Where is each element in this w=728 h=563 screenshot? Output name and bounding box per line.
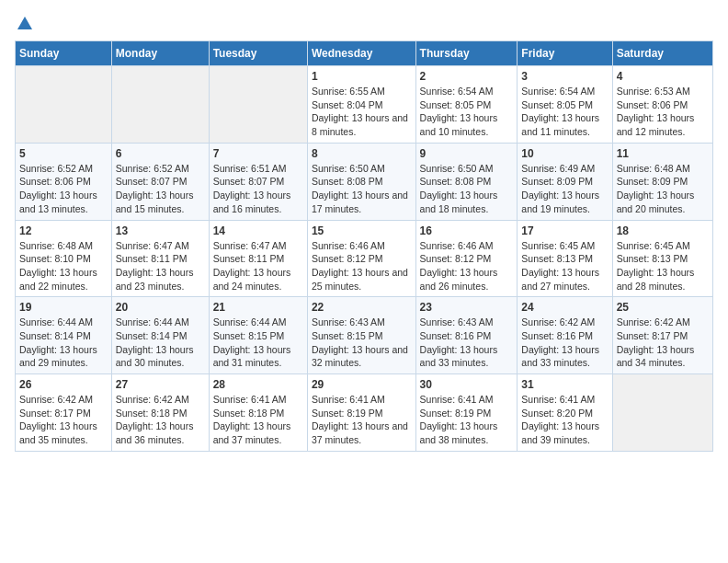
day-number: 9 <box>420 147 514 160</box>
day-info: Sunrise: 6:45 AMSunset: 8:13 PMDaylight:… <box>617 239 709 293</box>
header-day-friday: Friday <box>518 41 612 66</box>
day-number: 8 <box>312 147 412 160</box>
day-number: 14 <box>213 224 303 237</box>
day-number: 22 <box>312 301 412 314</box>
calendar-cell: 26Sunrise: 6:42 AMSunset: 8:17 PMDayligh… <box>16 374 112 452</box>
day-info: Sunrise: 6:44 AMSunset: 8:14 PMDaylight:… <box>116 316 205 370</box>
logo-icon <box>16 15 34 33</box>
calendar-cell: 1Sunrise: 6:55 AMSunset: 8:04 PMDaylight… <box>307 66 415 144</box>
calendar-header: SundayMondayTuesdayWednesdayThursdayFrid… <box>16 41 713 66</box>
day-number: 18 <box>617 224 709 237</box>
day-info: Sunrise: 6:41 AMSunset: 8:18 PMDaylight:… <box>213 393 303 447</box>
page-header <box>15 15 713 29</box>
calendar-cell: 2Sunrise: 6:54 AMSunset: 8:05 PMDaylight… <box>415 66 518 144</box>
calendar-cell: 16Sunrise: 6:46 AMSunset: 8:12 PMDayligh… <box>415 220 518 297</box>
day-number: 25 <box>617 301 709 314</box>
day-number: 27 <box>116 378 205 391</box>
day-number: 1 <box>312 70 412 83</box>
calendar-cell: 31Sunrise: 6:41 AMSunset: 8:20 PMDayligh… <box>518 374 612 452</box>
calendar-cell: 23Sunrise: 6:43 AMSunset: 8:16 PMDayligh… <box>415 297 518 374</box>
header-row: SundayMondayTuesdayWednesdayThursdayFrid… <box>16 41 713 66</box>
calendar-cell: 11Sunrise: 6:48 AMSunset: 8:09 PMDayligh… <box>612 143 712 220</box>
calendar-cell <box>209 66 307 144</box>
day-info: Sunrise: 6:41 AMSunset: 8:19 PMDaylight:… <box>420 393 514 447</box>
day-number: 23 <box>420 301 514 314</box>
day-info: Sunrise: 6:44 AMSunset: 8:14 PMDaylight:… <box>19 316 108 370</box>
calendar-body: 1Sunrise: 6:55 AMSunset: 8:04 PMDaylight… <box>16 66 713 452</box>
header-day-saturday: Saturday <box>612 41 712 66</box>
day-info: Sunrise: 6:49 AMSunset: 8:09 PMDaylight:… <box>521 162 608 216</box>
header-day-tuesday: Tuesday <box>209 41 307 66</box>
calendar-cell: 3Sunrise: 6:54 AMSunset: 8:05 PMDaylight… <box>518 66 612 144</box>
day-number: 10 <box>521 147 608 160</box>
day-info: Sunrise: 6:43 AMSunset: 8:16 PMDaylight:… <box>420 316 514 370</box>
day-info: Sunrise: 6:48 AMSunset: 8:09 PMDaylight:… <box>617 162 709 216</box>
day-info: Sunrise: 6:42 AMSunset: 8:16 PMDaylight:… <box>521 316 608 370</box>
calendar-cell: 7Sunrise: 6:51 AMSunset: 8:07 PMDaylight… <box>209 143 307 220</box>
day-number: 17 <box>521 224 608 237</box>
day-info: Sunrise: 6:42 AMSunset: 8:17 PMDaylight:… <box>19 393 108 447</box>
day-number: 30 <box>420 378 514 391</box>
calendar-cell: 22Sunrise: 6:43 AMSunset: 8:15 PMDayligh… <box>307 297 415 374</box>
day-number: 28 <box>213 378 303 391</box>
day-info: Sunrise: 6:47 AMSunset: 8:11 PMDaylight:… <box>116 239 205 293</box>
day-info: Sunrise: 6:52 AMSunset: 8:07 PMDaylight:… <box>116 162 205 216</box>
day-number: 15 <box>312 224 412 237</box>
day-info: Sunrise: 6:52 AMSunset: 8:06 PMDaylight:… <box>19 162 108 216</box>
calendar-cell: 27Sunrise: 6:42 AMSunset: 8:18 PMDayligh… <box>111 374 209 452</box>
calendar-cell: 4Sunrise: 6:53 AMSunset: 8:06 PMDaylight… <box>612 66 712 144</box>
day-number: 21 <box>213 301 303 314</box>
day-number: 11 <box>617 147 709 160</box>
calendar-cell: 9Sunrise: 6:50 AMSunset: 8:08 PMDaylight… <box>415 143 518 220</box>
day-info: Sunrise: 6:42 AMSunset: 8:17 PMDaylight:… <box>617 316 709 370</box>
day-number: 31 <box>521 378 608 391</box>
calendar-cell: 25Sunrise: 6:42 AMSunset: 8:17 PMDayligh… <box>612 297 712 374</box>
day-info: Sunrise: 6:45 AMSunset: 8:13 PMDaylight:… <box>521 239 608 293</box>
day-info: Sunrise: 6:54 AMSunset: 8:05 PMDaylight:… <box>420 85 514 139</box>
header-day-monday: Monday <box>111 41 209 66</box>
day-number: 4 <box>617 70 709 83</box>
calendar-cell: 19Sunrise: 6:44 AMSunset: 8:14 PMDayligh… <box>16 297 112 374</box>
day-info: Sunrise: 6:50 AMSunset: 8:08 PMDaylight:… <box>312 162 412 216</box>
calendar-cell: 15Sunrise: 6:46 AMSunset: 8:12 PMDayligh… <box>307 220 415 297</box>
svg-marker-0 <box>17 17 32 29</box>
day-number: 5 <box>19 147 108 160</box>
week-row-1: 5Sunrise: 6:52 AMSunset: 8:06 PMDaylight… <box>16 143 713 220</box>
calendar-cell: 12Sunrise: 6:48 AMSunset: 8:10 PMDayligh… <box>16 220 112 297</box>
day-number: 24 <box>521 301 608 314</box>
week-row-4: 26Sunrise: 6:42 AMSunset: 8:17 PMDayligh… <box>16 374 713 452</box>
day-number: 6 <box>116 147 205 160</box>
day-info: Sunrise: 6:53 AMSunset: 8:06 PMDaylight:… <box>617 85 709 139</box>
calendar-cell: 17Sunrise: 6:45 AMSunset: 8:13 PMDayligh… <box>518 220 612 297</box>
day-info: Sunrise: 6:51 AMSunset: 8:07 PMDaylight:… <box>213 162 303 216</box>
calendar-cell: 29Sunrise: 6:41 AMSunset: 8:19 PMDayligh… <box>307 374 415 452</box>
day-number: 26 <box>19 378 108 391</box>
calendar-cell: 24Sunrise: 6:42 AMSunset: 8:16 PMDayligh… <box>518 297 612 374</box>
calendar-cell <box>612 374 712 452</box>
day-info: Sunrise: 6:46 AMSunset: 8:12 PMDaylight:… <box>312 239 412 293</box>
day-number: 2 <box>420 70 514 83</box>
day-info: Sunrise: 6:50 AMSunset: 8:08 PMDaylight:… <box>420 162 514 216</box>
calendar-cell: 13Sunrise: 6:47 AMSunset: 8:11 PMDayligh… <box>111 220 209 297</box>
calendar-cell: 14Sunrise: 6:47 AMSunset: 8:11 PMDayligh… <box>209 220 307 297</box>
header-day-wednesday: Wednesday <box>307 41 415 66</box>
calendar-cell: 18Sunrise: 6:45 AMSunset: 8:13 PMDayligh… <box>612 220 712 297</box>
day-number: 13 <box>116 224 205 237</box>
calendar-cell: 20Sunrise: 6:44 AMSunset: 8:14 PMDayligh… <box>111 297 209 374</box>
day-number: 3 <box>521 70 608 83</box>
header-day-sunday: Sunday <box>16 41 112 66</box>
day-info: Sunrise: 6:42 AMSunset: 8:18 PMDaylight:… <box>116 393 205 447</box>
day-info: Sunrise: 6:55 AMSunset: 8:04 PMDaylight:… <box>312 85 412 139</box>
day-info: Sunrise: 6:46 AMSunset: 8:12 PMDaylight:… <box>420 239 514 293</box>
day-number: 16 <box>420 224 514 237</box>
calendar-cell: 28Sunrise: 6:41 AMSunset: 8:18 PMDayligh… <box>209 374 307 452</box>
calendar-cell: 5Sunrise: 6:52 AMSunset: 8:06 PMDaylight… <box>16 143 112 220</box>
week-row-0: 1Sunrise: 6:55 AMSunset: 8:04 PMDaylight… <box>16 66 713 144</box>
day-number: 19 <box>19 301 108 314</box>
day-info: Sunrise: 6:44 AMSunset: 8:15 PMDaylight:… <box>213 316 303 370</box>
header-day-thursday: Thursday <box>415 41 518 66</box>
week-row-2: 12Sunrise: 6:48 AMSunset: 8:10 PMDayligh… <box>16 220 713 297</box>
day-info: Sunrise: 6:48 AMSunset: 8:10 PMDaylight:… <box>19 239 108 293</box>
day-number: 20 <box>116 301 205 314</box>
calendar-cell: 30Sunrise: 6:41 AMSunset: 8:19 PMDayligh… <box>415 374 518 452</box>
